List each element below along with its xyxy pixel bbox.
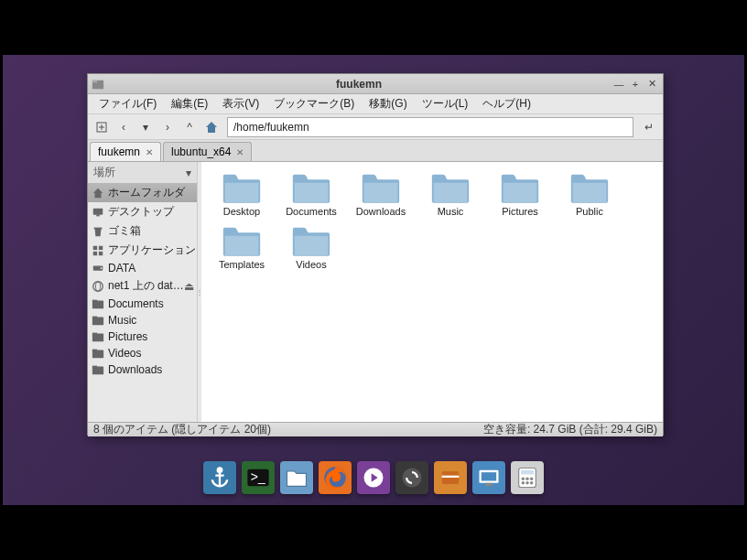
- folder-desktop[interactable]: Desktop: [209, 169, 275, 219]
- dock-calc[interactable]: [511, 461, 544, 494]
- status-left: 8 個のアイテム (隠しアイテム 20個): [93, 422, 271, 437]
- folder-downloads[interactable]: Downloads: [348, 169, 414, 219]
- tab-fuukemn[interactable]: fuukemn ✕: [90, 142, 161, 161]
- menu-file[interactable]: ファイル(F): [92, 94, 164, 113]
- minimize-button[interactable]: —: [612, 77, 626, 92]
- close-button[interactable]: ✕: [644, 77, 659, 92]
- tab-label: lubuntu_x64: [171, 145, 231, 158]
- home-icon: [92, 187, 104, 199]
- address-input[interactable]: [227, 117, 633, 137]
- chevron-down-icon: ▾: [186, 167, 191, 179]
- menu-view[interactable]: 表示(V): [215, 94, 266, 113]
- svg-rect-23: [92, 333, 97, 336]
- folder-public[interactable]: Public: [557, 169, 622, 219]
- svg-marker-6: [93, 188, 103, 198]
- place-item-1[interactable]: デスクトップ: [88, 202, 197, 221]
- folder-pictures[interactable]: Pictures: [487, 169, 553, 219]
- media-icon: [361, 465, 386, 490]
- desktop-icon: [92, 206, 104, 219]
- folder-icon: [222, 171, 262, 204]
- eject-icon[interactable]: ⏏: [184, 280, 194, 293]
- place-item-4[interactable]: DATA: [88, 260, 197, 276]
- svg-rect-13: [99, 251, 103, 254]
- place-item-2[interactable]: ゴミ箱: [88, 221, 197, 241]
- svg-rect-38: [486, 483, 493, 487]
- menu-go[interactable]: 移動(G): [362, 94, 414, 113]
- tab-close-icon[interactable]: ✕: [236, 147, 244, 157]
- svg-point-33: [403, 468, 422, 488]
- bookmark-item-3[interactable]: Videos: [88, 345, 197, 361]
- body-area: 場所 ▾ ホームフォルダデスクトップゴミ箱アプリケーションDATAnet1 上の…: [88, 162, 663, 422]
- place-item-3[interactable]: アプリケーション: [88, 241, 197, 260]
- svg-point-45: [525, 481, 529, 485]
- svg-rect-8: [96, 214, 100, 216]
- home-button[interactable]: [201, 117, 222, 137]
- dock-media[interactable]: [357, 461, 390, 494]
- up-button[interactable]: ^: [179, 117, 200, 137]
- svg-rect-21: [92, 317, 97, 319]
- dock-terminal[interactable]: >_: [242, 461, 275, 494]
- place-label: デスクトップ: [108, 204, 174, 220]
- dock-anchor[interactable]: [203, 461, 236, 494]
- places-header[interactable]: 場所 ▾: [88, 162, 197, 183]
- folder-label: Music: [438, 206, 464, 217]
- folder-content-area[interactable]: DesktopDocumentsDownloadsMusicPicturesPu…: [201, 162, 663, 422]
- folder-icon: [569, 171, 610, 204]
- folder-music[interactable]: Music: [417, 169, 483, 219]
- maximize-button[interactable]: +: [628, 77, 643, 92]
- folder-label: Videos: [296, 259, 326, 270]
- bookmark-item-1[interactable]: Music: [88, 312, 197, 328]
- place-item-0[interactable]: ホームフォルダ: [88, 183, 197, 202]
- titlebar[interactable]: fuukemn — + ✕: [88, 74, 663, 94]
- back-button[interactable]: ‹: [114, 117, 134, 137]
- folder-icon: [92, 314, 104, 327]
- dock-software[interactable]: [434, 461, 467, 494]
- bookmark-item-0[interactable]: Documents: [88, 296, 197, 312]
- folder-icon: [500, 171, 540, 204]
- folder-icon: [92, 363, 104, 376]
- svg-rect-27: [92, 366, 97, 369]
- place-item-5[interactable]: net1 上の dat…⏏: [88, 276, 197, 296]
- folder-icon: [92, 347, 104, 360]
- dock-display[interactable]: [472, 461, 505, 494]
- svg-point-15: [101, 267, 103, 269]
- new-tab-button[interactable]: [92, 117, 112, 137]
- folder-label: Public: [576, 206, 603, 217]
- dock-firefox[interactable]: [319, 461, 352, 494]
- svg-marker-5: [206, 122, 217, 133]
- bookmark-item-4[interactable]: Downloads: [88, 361, 197, 378]
- svg-rect-12: [93, 251, 97, 254]
- menu-tools[interactable]: ツール(L): [415, 94, 476, 113]
- place-label: アプリケーション: [108, 242, 196, 258]
- menu-bookmarks[interactable]: ブックマーク(B): [266, 94, 362, 113]
- go-button[interactable]: ↵: [639, 117, 659, 137]
- dock-files[interactable]: [280, 461, 313, 494]
- anchor-icon: [207, 465, 233, 490]
- folder-videos[interactable]: Videos: [278, 222, 344, 272]
- tab-lubuntu[interactable]: lubuntu_x64 ✕: [163, 142, 252, 161]
- bookmark-label: Videos: [108, 347, 141, 360]
- bookmark-item-2[interactable]: Pictures: [88, 328, 197, 345]
- window-title: fuukemn: [108, 78, 610, 91]
- svg-text:>_: >_: [251, 469, 265, 484]
- window-icon: [92, 78, 104, 91]
- status-right: 空き容量: 24.7 GiB (合計: 29.4 GiB): [483, 422, 657, 437]
- svg-rect-1: [92, 80, 97, 82]
- firefox-icon: [322, 465, 348, 490]
- folder-documents[interactable]: Documents: [278, 169, 344, 219]
- dock-update[interactable]: [395, 461, 428, 494]
- menu-help[interactable]: ヘルプ(H): [475, 94, 538, 113]
- sidebar: 場所 ▾ ホームフォルダデスクトップゴミ箱アプリケーションDATAnet1 上の…: [88, 162, 198, 422]
- toolbar: ‹ ▾ › ^ ↵: [88, 114, 663, 140]
- svg-rect-11: [99, 245, 103, 249]
- forward-button[interactable]: ›: [157, 117, 178, 137]
- menu-edit[interactable]: 編集(E): [164, 94, 215, 113]
- history-dropdown[interactable]: ▾: [135, 117, 156, 137]
- terminal-icon: >_: [245, 465, 271, 490]
- folder-label: Templates: [219, 259, 265, 270]
- tab-label: fuukemn: [98, 145, 140, 158]
- folder-templates[interactable]: Templates: [209, 222, 275, 272]
- folder-label: Documents: [286, 206, 337, 217]
- folder-icon: [361, 171, 401, 204]
- tab-close-icon[interactable]: ✕: [146, 147, 153, 157]
